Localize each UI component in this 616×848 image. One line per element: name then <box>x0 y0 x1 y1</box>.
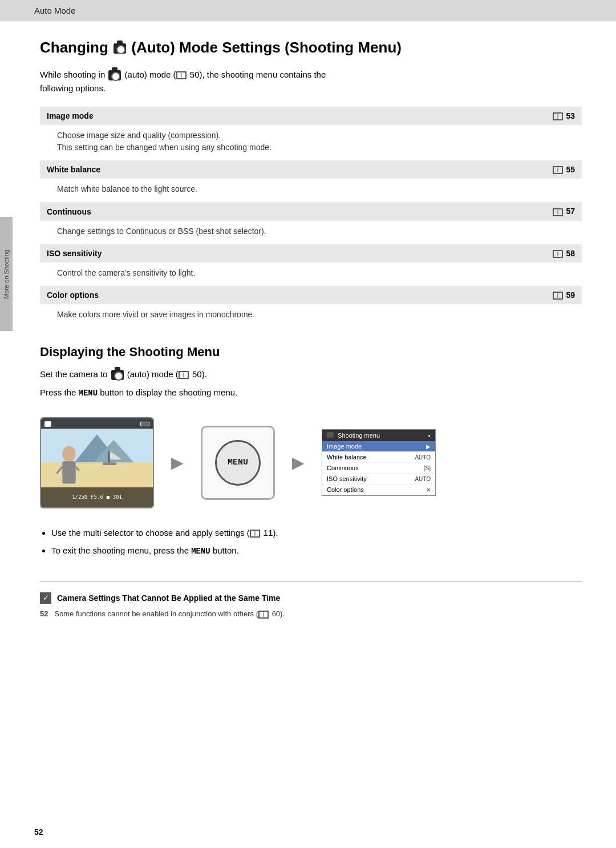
camera-display-inner: 1/250 F5.6 ■ 301 <box>41 418 153 507</box>
camera-display-top <box>41 418 153 430</box>
header-label: Auto Mode <box>34 6 76 15</box>
sm-header-label: Shooting menu <box>327 432 380 439</box>
book-icon-1 <box>553 112 563 120</box>
svg-rect-6 <box>103 462 117 465</box>
sm-menu-row-iso: ISO sensitivity AUTO <box>322 474 435 484</box>
list-item: To exit the shooting menu, press the MEN… <box>51 543 582 559</box>
menu-item-name: Continuous <box>40 202 395 220</box>
sm-menu-row-continuous: Continuous [S] <box>322 463 435 474</box>
menu-item-name: Image mode <box>40 107 395 125</box>
menu-item-ref: 55 <box>395 160 582 179</box>
table-row: Color options 59 <box>40 286 582 304</box>
sm-row-value: AUTO <box>415 476 431 482</box>
note-text: 52 Some functions cannot be enabled in c… <box>40 608 582 620</box>
book-icon-s2 <box>179 371 189 379</box>
diagram-area: 1/250 F5.6 ■ 301 ▶ MENU ▶ <box>40 417 582 508</box>
sm-cam-icon <box>327 432 334 438</box>
sm-header-icon: ▪ <box>428 432 431 439</box>
table-row: Image mode 53 <box>40 107 582 125</box>
cam-mode-icon <box>44 421 51 427</box>
book-icon-4 <box>553 250 563 258</box>
menu-item-desc: Choose image size and quality (compressi… <box>40 125 582 160</box>
menu-table: Image mode 53 Choose image size and qual… <box>40 107 582 328</box>
table-row: Choose image size and quality (compressi… <box>40 125 582 160</box>
table-row: Change settings to Continuous or BSS (be… <box>40 221 582 244</box>
cam-info-2: F5.6 <box>91 494 103 500</box>
menu-item-desc: Match white balance to the light source. <box>40 179 582 202</box>
menu-button-circle: MENU <box>215 440 261 486</box>
sm-menu-row-image-mode: Image mode ▶ <box>322 441 435 452</box>
sm-row-label: White balance <box>327 454 415 461</box>
note-title-row: ✓ Camera Settings That Cannot Be Applied… <box>40 592 582 604</box>
book-icon-intro <box>176 71 187 79</box>
camera-icon-s2 <box>111 370 124 380</box>
content: Changing (Auto) Mode Settings (Shooting … <box>0 21 616 642</box>
table-row: Control the camera's sensitivity to ligh… <box>40 263 582 286</box>
page-number-inline: 52 <box>40 609 48 618</box>
cam-info-3: ■ 301 <box>107 494 122 500</box>
table-row: Match white balance to the light source. <box>40 179 582 202</box>
main-title: Changing (Auto) Mode Settings (Shooting … <box>40 38 582 58</box>
table-row: White balance 55 <box>40 160 582 179</box>
check-symbol: ✓ <box>43 593 49 603</box>
side-tab-label: More on Shooting <box>3 249 10 299</box>
svg-point-7 <box>62 446 76 461</box>
svg-rect-8 <box>62 461 76 483</box>
menu-button-label: MENU <box>228 458 248 467</box>
menu-item-desc: Control the camera's sensitivity to ligh… <box>40 263 582 286</box>
sm-menu-row-color: Color options ✕ <box>322 484 435 495</box>
menu-bold-bullet: MENU <box>191 547 210 556</box>
note-title: Camera Settings That Cannot Be Applied a… <box>57 593 280 603</box>
section2-title: Displaying the Shooting Menu <box>40 345 582 360</box>
section2-line1: Set the camera to (auto) mode ( 50). <box>40 368 582 381</box>
sm-row-label: Continuous <box>327 465 424 471</box>
sm-row-value: ▶ <box>426 443 431 450</box>
sm-row-value: AUTO <box>415 454 431 461</box>
menu-bold-label: MENU <box>79 389 98 398</box>
table-row: Continuous 57 <box>40 202 582 220</box>
camera-icon-intro <box>108 70 121 80</box>
sm-menu-row-white-balance: White balance AUTO <box>322 452 435 463</box>
book-icon-5 <box>553 292 563 300</box>
sm-row-label: Color options <box>327 486 426 493</box>
menu-item-name: White balance <box>40 160 395 179</box>
page: Auto Mode More on Shooting Changing (Aut… <box>0 0 616 848</box>
camera-icon-title <box>114 43 126 54</box>
menu-item-name: Color options <box>40 286 395 304</box>
menu-button-display: MENU <box>201 426 275 500</box>
table-row: Make colors more vivid or save images in… <box>40 304 582 328</box>
sm-row-label: ISO sensitivity <box>327 475 415 482</box>
bullet-list: Use the multi selector to choose and app… <box>51 526 582 559</box>
shooting-menu-display: Shooting menu ▪ Image mode ▶ White balan… <box>322 429 436 496</box>
book-icon-note <box>258 611 269 619</box>
sm-row-label: Image mode <box>327 443 426 450</box>
list-item: Use the multi selector to choose and app… <box>51 526 582 540</box>
side-tab: More on Shooting <box>0 217 13 331</box>
menu-item-ref: 59 <box>395 286 582 304</box>
check-icon: ✓ <box>40 592 51 604</box>
table-row: ISO sensitivity 58 <box>40 244 582 263</box>
menu-item-ref: 57 <box>395 202 582 220</box>
camera-display: 1/250 F5.6 ■ 301 <box>40 417 154 508</box>
cam-info-1: 1/250 <box>72 494 87 500</box>
book-icon-bullet1 <box>250 530 260 538</box>
bottom-note: ✓ Camera Settings That Cannot Be Applied… <box>40 582 582 620</box>
menu-item-desc: Make colors more vivid or save images in… <box>40 304 582 328</box>
book-icon-3 <box>553 208 563 216</box>
menu-item-name: ISO sensitivity <box>40 244 395 263</box>
header-bar: Auto Mode <box>0 0 616 21</box>
cam-battery-icon <box>140 422 149 426</box>
arrow-icon-2: ▶ <box>292 453 305 472</box>
sm-header: Shooting menu ▪ <box>322 430 435 441</box>
section2-line2: Press the MENU button to display the sho… <box>40 386 582 399</box>
sm-row-value: [S] <box>424 465 431 471</box>
menu-item-ref: 53 <box>395 107 582 125</box>
book-icon-2 <box>553 166 563 174</box>
page-number: 52 <box>34 827 43 837</box>
intro-paragraph: While shooting in (auto) mode ( 50), the… <box>40 68 582 95</box>
menu-item-ref: 58 <box>395 244 582 263</box>
menu-item-desc: Change settings to Continuous or BSS (be… <box>40 221 582 244</box>
sm-row-value: ✕ <box>426 487 431 493</box>
camera-display-bottom: 1/250 F5.6 ■ 301 <box>41 487 153 507</box>
arrow-icon-1: ▶ <box>171 453 184 472</box>
